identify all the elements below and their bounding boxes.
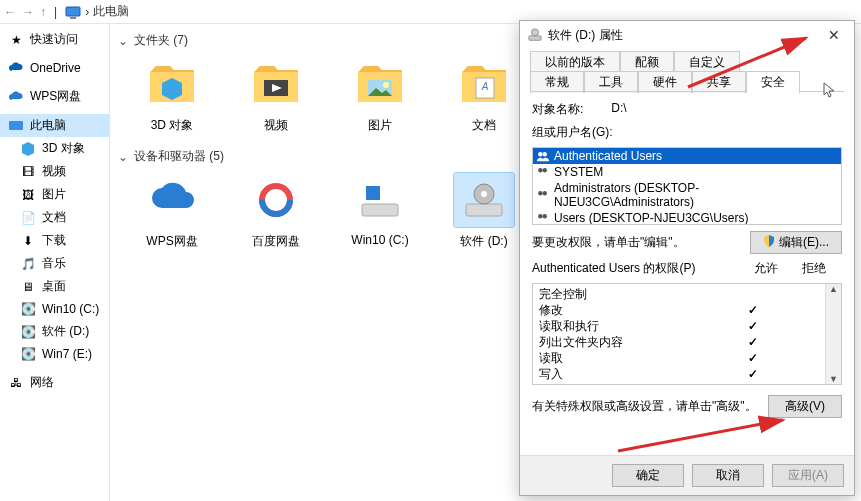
- dialog-titlebar[interactable]: 软件 (D:) 属性 ✕: [520, 21, 854, 49]
- users-icon: [536, 212, 550, 224]
- properties-dialog: 软件 (D:) 属性 ✕ 以前的版本 配额 自定义 常规 工具 硬件 共享 安全…: [519, 20, 855, 496]
- this-pc-icon: [65, 4, 81, 20]
- user-row[interactable]: Authenticated Users: [533, 148, 841, 164]
- svg-point-21: [543, 152, 547, 156]
- this-pc-icon: [8, 118, 24, 134]
- user-row[interactable]: Users (DESKTOP-NJEU3CG\Users): [533, 210, 841, 225]
- document-icon: 📄: [20, 210, 36, 226]
- tile-baidu[interactable]: 百度网盘: [238, 173, 314, 250]
- chevron-down-icon: ⌄: [118, 150, 128, 164]
- sidebar-item-win7[interactable]: 💽Win7 (E:): [0, 343, 109, 365]
- nav-back-icon[interactable]: ←: [4, 5, 16, 19]
- sidebar-item-label: Win10 (C:): [42, 302, 99, 316]
- tile-label: 软件 (D:): [460, 233, 507, 250]
- nav-fwd-icon[interactable]: →: [22, 5, 34, 19]
- scroll-up-icon[interactable]: ▲: [829, 284, 838, 294]
- tile-videos[interactable]: 视频: [238, 57, 314, 134]
- download-icon: ⬇: [20, 233, 36, 249]
- sidebar-item-label: 3D 对象: [42, 140, 85, 157]
- sidebar-item-quick-access[interactable]: ★快速访问: [0, 28, 109, 51]
- sidebar-item-label: 下载: [42, 232, 66, 249]
- permission-name: 读取: [539, 350, 727, 367]
- sidebar-item-soft[interactable]: 💽软件 (D:): [0, 320, 109, 343]
- allow-mark: [727, 367, 779, 381]
- scroll-down-icon[interactable]: ▼: [829, 374, 838, 384]
- cloud-icon: [8, 89, 24, 105]
- sidebar-item-this-pc[interactable]: 此电脑: [0, 114, 109, 137]
- svg-point-19: [532, 29, 539, 36]
- svg-rect-12: [366, 186, 380, 200]
- user-name: Authenticated Users: [554, 149, 662, 163]
- apply-button[interactable]: 应用(A): [772, 464, 844, 487]
- tab-security[interactable]: 安全: [746, 71, 800, 93]
- scrollbar[interactable]: ▲▼: [825, 284, 841, 384]
- permission-row: 完全控制: [539, 286, 819, 302]
- tab-previous-versions[interactable]: 以前的版本: [530, 51, 620, 73]
- chevron-right-icon[interactable]: ›: [85, 5, 89, 19]
- user-row[interactable]: SYSTEM: [533, 164, 841, 180]
- close-button[interactable]: ✕: [822, 27, 846, 43]
- tile-3d-objects[interactable]: 3D 对象: [134, 57, 210, 134]
- button-label: 编辑(E)...: [779, 234, 829, 251]
- nav-up-icon[interactable]: ↑: [40, 5, 46, 19]
- tab-customize[interactable]: 自定义: [674, 51, 740, 73]
- sidebar-item-label: WPS网盘: [30, 88, 81, 105]
- tab-quota[interactable]: 配额: [620, 51, 674, 73]
- sidebar-item-pictures[interactable]: 🖼图片: [0, 183, 109, 206]
- tab-tools[interactable]: 工具: [584, 71, 638, 93]
- svg-point-24: [538, 191, 542, 195]
- advanced-button[interactable]: 高级(V): [768, 395, 842, 418]
- tile-soft[interactable]: 软件 (D:): [446, 173, 522, 250]
- permissions-listbox[interactable]: 完全控制修改读取和执行列出文件夹内容读取写入 ▲▼: [532, 283, 842, 385]
- breadcrumb-location[interactable]: 此电脑: [93, 3, 129, 20]
- cancel-button[interactable]: 取消: [692, 464, 764, 487]
- navigation-pane: ★快速访问 OneDrive WPS网盘 此电脑 3D 对象 🎞视频 🖼图片 📄…: [0, 24, 110, 501]
- tile-label: 图片: [368, 117, 392, 134]
- edit-button[interactable]: 编辑(E)...: [750, 231, 842, 254]
- sidebar-item-label: OneDrive: [30, 61, 81, 75]
- sidebar-item-downloads[interactable]: ⬇下载: [0, 229, 109, 252]
- user-name: SYSTEM: [554, 165, 603, 179]
- svg-point-6: [383, 82, 389, 88]
- sidebar-item-documents[interactable]: 📄文档: [0, 206, 109, 229]
- svg-rect-0: [66, 7, 80, 16]
- tab-hardware[interactable]: 硬件: [638, 71, 692, 93]
- sidebar-item-label: 文档: [42, 209, 66, 226]
- object-name-value: D:\: [611, 101, 626, 118]
- tile-win10[interactable]: Win10 (C:): [342, 173, 418, 250]
- tile-wps[interactable]: WPS网盘: [134, 173, 210, 250]
- users-icon: [536, 166, 550, 178]
- tile-documents[interactable]: A文档: [446, 57, 522, 134]
- permission-row: 修改: [539, 302, 819, 318]
- ok-button[interactable]: 确定: [612, 464, 684, 487]
- sidebar-item-network[interactable]: 🖧网络: [0, 371, 109, 394]
- picture-icon: 🖼: [20, 187, 36, 203]
- tile-label: 视频: [264, 117, 288, 134]
- cursor-icon: [823, 82, 837, 101]
- tab-sharing[interactable]: 共享: [692, 71, 746, 93]
- users-listbox[interactable]: Authenticated Users SYSTEM Administrator…: [532, 147, 842, 225]
- sidebar-item-label: Win7 (E:): [42, 347, 92, 361]
- sidebar-item-music[interactable]: 🎵音乐: [0, 252, 109, 275]
- tab-general[interactable]: 常规: [530, 71, 584, 93]
- svg-point-23: [543, 168, 547, 172]
- sidebar-item-onedrive[interactable]: OneDrive: [0, 57, 109, 79]
- sidebar-item-desktop[interactable]: 🖥桌面: [0, 275, 109, 298]
- allow-mark: [727, 351, 779, 365]
- group-label: 文件夹 (7): [134, 32, 188, 49]
- advanced-hint: 有关特殊权限或高级设置，请单击"高级"。: [532, 398, 757, 415]
- svg-rect-18: [529, 36, 541, 40]
- sidebar-item-wps[interactable]: WPS网盘: [0, 85, 109, 108]
- permission-name: 完全控制: [539, 286, 727, 303]
- desktop-icon: 🖥: [20, 279, 36, 295]
- drive-icon: 💽: [20, 301, 36, 317]
- user-row[interactable]: Administrators (DESKTOP-NJEU3CG\Administ…: [533, 180, 841, 210]
- tile-label: 3D 对象: [151, 117, 194, 134]
- sidebar-item-win10[interactable]: 💽Win10 (C:): [0, 298, 109, 320]
- dialog-title: 软件 (D:) 属性: [548, 27, 623, 44]
- tile-pictures[interactable]: 图片: [342, 57, 418, 134]
- svg-rect-11: [362, 204, 398, 216]
- sidebar-item-3d[interactable]: 3D 对象: [0, 137, 109, 160]
- svg-point-26: [538, 214, 542, 218]
- sidebar-item-videos[interactable]: 🎞视频: [0, 160, 109, 183]
